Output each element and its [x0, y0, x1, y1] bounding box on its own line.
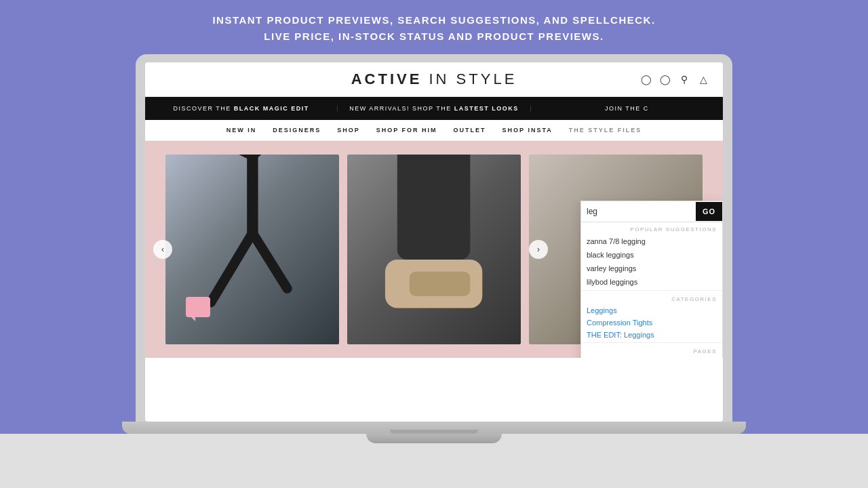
suggestion-2[interactable]: black leggings	[581, 248, 722, 262]
browser-window: ACTIVE IN STYLE ◯ ◯ ⚲ △ DISCOVER THE BLA…	[145, 62, 723, 422]
nav-new-in[interactable]: NEW IN	[226, 127, 257, 134]
laptop-base	[122, 422, 746, 434]
promo-bar: DISCOVER THE BLACK MAGIC EDIT NEW ARRIVA…	[145, 97, 723, 120]
laptop-frame: ACTIVE IN STYLE ◯ ◯ ⚲ △ DISCOVER THE BLA…	[122, 52, 746, 434]
laptop-screen-frame: ACTIVE IN STYLE ◯ ◯ ⚲ △ DISCOVER THE BLA…	[136, 54, 732, 422]
header-icons: ◯ ◯ ⚲ △	[640, 73, 709, 85]
logo-bold: ACTIVE	[351, 70, 422, 87]
main-nav: NEW IN DESIGNERS SHOP SHOP FOR HIM OUTLE…	[145, 120, 723, 141]
category-edit[interactable]: THE EDIT: Leggings	[581, 329, 722, 341]
nav-style-files[interactable]: THE STYLE FILES	[569, 127, 642, 134]
promo-text-1b: BLACK MAGIC EDIT	[234, 105, 309, 112]
promo-text-3: JOIN THE C	[605, 105, 649, 112]
svg-line-2	[211, 155, 252, 157]
svg-line-4	[211, 233, 252, 302]
promo-item-3[interactable]: JOIN THE C	[531, 105, 723, 112]
hero-arrow-left[interactable]: ‹	[153, 240, 172, 259]
search-go-button[interactable]: GO	[696, 202, 722, 221]
nav-shop[interactable]: SHOP	[337, 127, 360, 134]
category-leggings[interactable]: Leggings	[581, 304, 722, 317]
logo-rest: IN STYLE	[429, 70, 517, 87]
nav-outlet[interactable]: OUTLET	[454, 127, 486, 134]
help-icon[interactable]: ◯	[659, 73, 671, 85]
promo-item-2[interactable]: NEW ARRIVALS! SHOP THE LASTEST LOOKS	[338, 105, 530, 112]
cart-icon[interactable]: △	[697, 73, 709, 85]
nav-shop-insta[interactable]: SHOP INSTA	[502, 127, 553, 134]
suggestion-1[interactable]: zanna 7/8 legging	[581, 235, 722, 248]
categories-label: CATEGORIES	[581, 292, 722, 304]
headline: INSTANT PRODUCT PREVIEWS, SEARCH SUGGEST…	[199, 0, 669, 52]
hero-area: ‹ › GO POPULAR SUGGESTIONS zanna 7/8 leg…	[145, 141, 723, 358]
suggestion-4[interactable]: lilybod leggings	[581, 275, 722, 289]
svg-line-3	[252, 155, 308, 157]
search-dropdown: GO POPULAR SUGGESTIONS zanna 7/8 legging…	[580, 201, 723, 358]
promo-item-1[interactable]: DISCOVER THE BLACK MAGIC EDIT	[145, 105, 338, 112]
headline-line1: INSTANT PRODUCT PREVIEWS, SEARCH SUGGEST…	[212, 12, 655, 28]
promo-text-2b: LASTEST LOOKS	[454, 105, 519, 112]
shoe-figure	[373, 155, 494, 344]
suggestion-3[interactable]: varley leggings	[581, 262, 722, 275]
site-logo: ACTIVE IN STYLE	[351, 70, 517, 88]
popular-suggestions-label: POPULAR SUGGESTIONS	[581, 222, 722, 235]
svg-line-5	[252, 233, 287, 289]
page-our-story[interactable]: Our Story	[581, 357, 722, 358]
chat-bubble[interactable]	[186, 297, 210, 317]
pages-label: PAGES	[581, 344, 722, 357]
account-icon[interactable]: ◯	[640, 73, 652, 85]
promo-text-2a: NEW ARRIVALS! SHOP THE	[349, 105, 454, 112]
search-input[interactable]	[581, 201, 696, 222]
category-compression[interactable]: Compression Tights	[581, 317, 722, 329]
hero-image-2	[347, 155, 521, 344]
nav-designers[interactable]: DESIGNERS	[273, 127, 321, 134]
site-header: ACTIVE IN STYLE ◯ ◯ ⚲ △	[145, 62, 723, 97]
svg-rect-8	[410, 271, 471, 296]
headline-line2: LIVE PRICE, IN-STOCK STATUS AND PRODUCT …	[212, 28, 655, 45]
svg-rect-6	[397, 155, 471, 260]
search-bar: GO	[581, 201, 722, 222]
bottom-surface	[0, 434, 868, 488]
hero-arrow-right[interactable]: ›	[529, 240, 548, 259]
laptop-stand	[366, 434, 502, 443]
nav-shop-for-him[interactable]: SHOP FOR HIM	[376, 127, 437, 134]
promo-text-1a: DISCOVER THE	[173, 105, 233, 112]
search-icon[interactable]: ⚲	[678, 73, 690, 85]
